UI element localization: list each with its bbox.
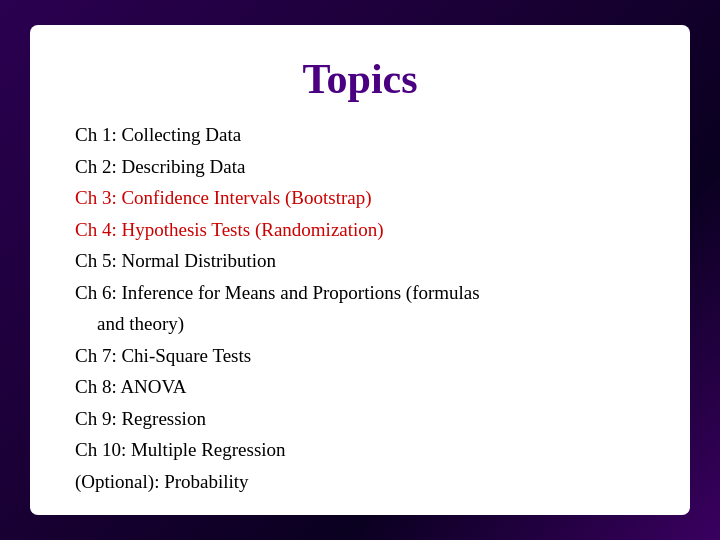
topic-item-optional: (Optional): Probability: [75, 468, 480, 496]
topic-item-ch3: Ch 3: Confidence Intervals (Bootstrap): [75, 184, 480, 212]
topic-item-ch10: Ch 10: Multiple Regression: [75, 436, 480, 464]
topic-item-ch2: Ch 2: Describing Data: [75, 153, 480, 181]
topic-item-ch4: Ch 4: Hypothesis Tests (Randomization): [75, 216, 480, 244]
topic-item-ch6b: and theory): [75, 310, 480, 338]
topic-item-ch9: Ch 9: Regression: [75, 405, 480, 433]
topic-item-ch1: Ch 1: Collecting Data: [75, 121, 480, 149]
topic-item-ch5: Ch 5: Normal Distribution: [75, 247, 480, 275]
slide-title: Topics: [75, 55, 645, 103]
topic-item-ch8: Ch 8: ANOVA: [75, 373, 480, 401]
slide-container: Topics Ch 1: Collecting DataCh 2: Descri…: [30, 25, 690, 515]
topic-item-ch6a: Ch 6: Inference for Means and Proportion…: [75, 279, 480, 307]
topics-list: Ch 1: Collecting DataCh 2: Describing Da…: [75, 121, 480, 496]
topic-item-ch7: Ch 7: Chi-Square Tests: [75, 342, 480, 370]
